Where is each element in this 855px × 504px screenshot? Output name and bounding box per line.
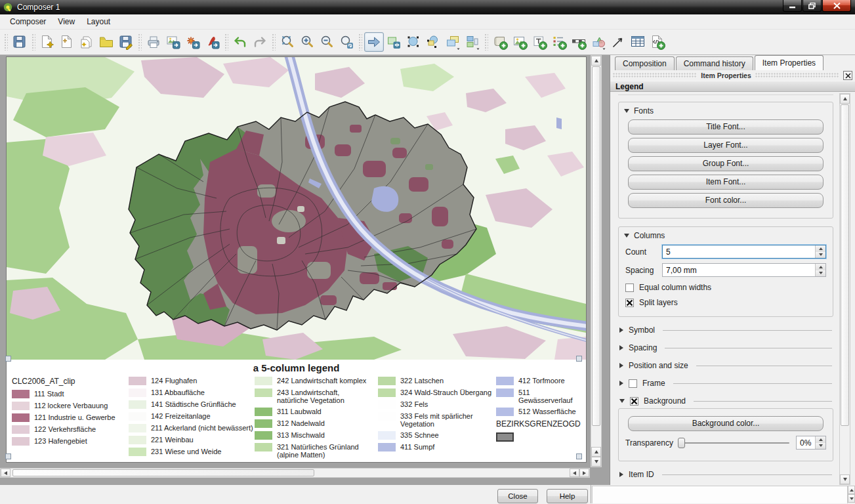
save-project-button[interactable] <box>10 32 30 52</box>
horizontal-scroll-thumb[interactable] <box>12 469 314 476</box>
selection-handle-bottom-left[interactable] <box>5 453 11 459</box>
scroll-right-button[interactable] <box>579 469 589 477</box>
dock-scroll-down-button[interactable] <box>840 474 850 484</box>
group-font-button[interactable]: Group Font... <box>628 156 824 171</box>
item-id-section-row[interactable]: Item ID <box>619 470 832 479</box>
spinner-arrows[interactable] <box>815 264 825 276</box>
legend-item: 313 Mischwald <box>255 431 366 440</box>
export-as-svg-button[interactable] <box>183 32 203 52</box>
select-items-button[interactable] <box>423 32 443 52</box>
composer-manager-button[interactable] <box>77 32 96 52</box>
background-section-row[interactable]: Background <box>619 396 832 406</box>
menu-layout[interactable]: Layout <box>81 15 116 28</box>
mini-scroll-up-button[interactable] <box>848 486 855 494</box>
save-as-template-button[interactable] <box>116 32 136 52</box>
composition-legend-item[interactable]: a 5-column legend CLC2006_AT_clip111 Sta… <box>7 360 586 462</box>
column-count-spinbox[interactable]: 5 <box>662 245 826 259</box>
tab-composition[interactable]: Composition <box>615 56 675 70</box>
selection-handle-bottom-right[interactable] <box>576 453 582 459</box>
zoom-out-button[interactable] <box>317 32 337 52</box>
menu-composer[interactable]: Composer <box>4 15 52 28</box>
fonts-group-header[interactable]: Fonts <box>624 106 827 116</box>
add-arrow-button[interactable] <box>608 32 628 52</box>
spinner-arrows[interactable] <box>815 436 825 449</box>
spacing-section-row[interactable]: Spacing <box>619 343 832 352</box>
transparency-value: 0% <box>797 438 815 448</box>
transparency-slider[interactable] <box>678 437 791 449</box>
zoom-in-button[interactable] <box>297 32 317 52</box>
add-scalebar-button[interactable] <box>569 32 589 52</box>
canvas-horizontal-scrollbar[interactable] <box>0 468 590 478</box>
equal-column-widths-row[interactable]: Equal column widths <box>625 283 826 292</box>
dock-vertical-scrollbar[interactable] <box>839 93 850 485</box>
slider-thumb[interactable] <box>678 438 685 448</box>
add-attribute-table-button[interactable] <box>628 32 648 52</box>
background-color-button[interactable]: Background color... <box>628 416 824 431</box>
scroll-left-button[interactable] <box>1 469 10 477</box>
zoom-full-button[interactable] <box>278 32 297 52</box>
close-window-button[interactable] <box>822 0 851 12</box>
layer-font-button[interactable]: Layer Font... <box>628 138 824 153</box>
selection-handle-top-right[interactable] <box>576 356 582 362</box>
split-layers-row[interactable]: Split layers <box>625 298 826 307</box>
move-item-content-button[interactable] <box>384 32 404 52</box>
item-font-button[interactable]: Item Font... <box>628 175 824 190</box>
scroll-up-button-2[interactable] <box>591 447 601 457</box>
frame-section-row[interactable]: Frame <box>619 379 832 388</box>
export-as-image-button[interactable] <box>163 32 183 52</box>
select-move-item-button[interactable] <box>364 32 384 52</box>
vertical-scroll-thumb[interactable] <box>592 66 600 426</box>
scroll-up-button[interactable] <box>591 56 601 66</box>
add-new-map-button[interactable] <box>490 32 510 52</box>
print-button[interactable] <box>144 32 163 52</box>
title-font-button[interactable]: Title Font... <box>628 119 824 135</box>
composer-canvas[interactable]: a 5-column legend CLC2006_AT_clip111 Sta… <box>0 55 610 485</box>
dock-close-icon[interactable] <box>843 71 852 80</box>
add-basic-shape-button[interactable] <box>589 32 608 52</box>
background-checkbox[interactable] <box>630 397 638 406</box>
menu-view[interactable]: View <box>52 15 81 28</box>
equal-column-widths-checkbox[interactable] <box>625 284 634 292</box>
group-items-button[interactable] <box>443 32 463 52</box>
undo-button[interactable] <box>230 32 250 52</box>
export-as-pdf-button[interactable] <box>203 32 222 52</box>
dock-scroll-up-button[interactable] <box>840 94 850 104</box>
add-legend-button[interactable] <box>549 32 569 52</box>
mini-scroll-down-button[interactable] <box>848 494 855 503</box>
zoom-refresh-button[interactable] <box>337 32 356 52</box>
selection-handle-top-left[interactable] <box>5 356 11 362</box>
redo-button[interactable] <box>250 32 270 52</box>
composition-map-item[interactable] <box>7 57 586 360</box>
dock-scroll-thumb[interactable] <box>841 104 849 426</box>
add-label-button[interactable] <box>530 32 549 52</box>
frame-checkbox[interactable] <box>629 379 637 388</box>
legend-item: 111 Stadt <box>12 390 115 398</box>
new-composer-button[interactable] <box>37 32 57 52</box>
add-html-frame-button[interactable] <box>648 32 667 52</box>
font-color-button[interactable]: Font color... <box>628 193 824 208</box>
load-from-template-button[interactable] <box>96 32 116 52</box>
split-layers-checkbox[interactable] <box>625 299 634 307</box>
footer-mini-scrollbar[interactable] <box>848 486 855 503</box>
scroll-down-button[interactable] <box>591 457 601 467</box>
minimize-button[interactable] <box>783 0 802 12</box>
symbol-section-row[interactable]: Symbol <box>619 326 832 335</box>
columns-group-header[interactable]: Columns <box>624 231 827 240</box>
composer-page[interactable]: a 5-column legend CLC2006_AT_clip111 Sta… <box>7 57 586 462</box>
canvas-vertical-scrollbar[interactable] <box>591 55 602 467</box>
add-image-button[interactable] <box>510 32 530 52</box>
transparency-spinbox[interactable]: 0% <box>796 436 826 450</box>
raise-items-button[interactable] <box>463 32 482 52</box>
column-count-value: 5 <box>663 247 815 257</box>
duplicate-composer-button[interactable] <box>57 32 77 52</box>
tab-item-properties[interactable]: Item Properties <box>755 55 824 70</box>
spinner-arrows[interactable] <box>815 245 825 258</box>
tab-command-history[interactable]: Command history <box>676 56 753 70</box>
help-button[interactable]: Help <box>547 489 588 503</box>
close-button[interactable]: Close <box>497 489 538 503</box>
edit-nodes-item-button[interactable] <box>404 32 423 52</box>
scroll-left-button-2[interactable] <box>570 469 579 477</box>
restore-button[interactable] <box>803 0 822 12</box>
position-and-size-section-row[interactable]: Position and size <box>619 361 832 370</box>
column-spacing-spinbox[interactable]: 7,00 mm <box>662 263 826 277</box>
